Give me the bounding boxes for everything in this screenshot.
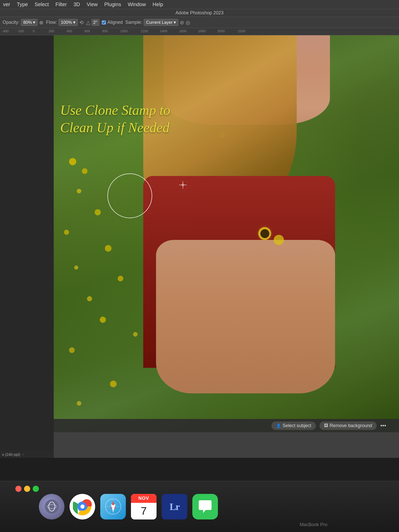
sample-value: Current Layer: [146, 20, 173, 25]
sample-chevron-icon: ▾: [174, 20, 176, 25]
menu-bar: ver Type Select Filter 3D View Plugins W…: [0, 0, 399, 9]
sample-group: Sample: Current Layer ▾ ⊘ ◎: [125, 19, 190, 26]
title-bar: Adobe Photoshop 2023: [0, 9, 399, 17]
flower-5: [64, 230, 69, 235]
ruler-tick-pos400: 400: [66, 29, 72, 33]
clone-target-icon[interactable]: ◎: [186, 19, 190, 26]
flower-7: [74, 265, 78, 270]
svg-point-9: [80, 505, 84, 509]
menu-filter[interactable]: Filter: [54, 1, 68, 8]
flower-15: [77, 401, 81, 406]
dock-lightroom[interactable]: Lr: [162, 494, 187, 519]
select-subject-button[interactable]: 👤 Select subject: [271, 422, 316, 430]
select-subject-label: Select subject: [283, 423, 311, 428]
ruler-tick-pos200: 200: [49, 29, 54, 33]
hand-flower-petal-center: [260, 229, 269, 238]
hand-flower-2: [274, 235, 284, 245]
flower-12: [69, 347, 75, 353]
close-traffic-light[interactable]: [15, 486, 21, 492]
aligned-checkbox[interactable]: [102, 20, 106, 25]
flower-1: [69, 158, 76, 165]
ruler-tick-pos1800: 1800: [198, 29, 206, 33]
angle-icon: △: [86, 19, 90, 26]
more-options-icon[interactable]: •••: [380, 422, 386, 429]
status-bar: x (240 ppi) ›: [0, 451, 54, 458]
clone-stamp-cursor: [107, 173, 152, 218]
calendar-month: NOV: [138, 496, 149, 501]
app-title: Adobe Photoshop 2023: [175, 10, 224, 15]
sample-all-layers-icon[interactable]: ⊘: [180, 19, 184, 26]
airbrush-icon[interactable]: ⟲: [79, 19, 84, 26]
dock-safari[interactable]: [100, 494, 126, 519]
dock-siri[interactable]: [39, 494, 64, 519]
flower-8: [118, 276, 123, 281]
ruler-tick-0: 0: [33, 29, 35, 33]
maximize-traffic-light[interactable]: [33, 486, 39, 492]
ruler-tick-pos800: 800: [102, 29, 108, 33]
ruler-tick-pos1200: 1200: [141, 29, 148, 33]
sample-label: Sample:: [125, 20, 142, 25]
flow-label: Flow:: [46, 20, 57, 25]
menu-window[interactable]: Window: [127, 1, 147, 8]
opacity-group: Opacity: 80% ▾ ⊕: [3, 19, 43, 26]
ruler: -400 -200 0 200 400 600 800 1000 1200 14…: [0, 28, 399, 35]
minimize-traffic-light[interactable]: [24, 486, 30, 492]
eraser-icon: 🖼: [324, 423, 328, 428]
remove-background-button[interactable]: 🖼 Remove background: [319, 422, 377, 430]
person-icon: 👤: [276, 423, 281, 428]
canvas-area: -400 -200 0 200 400 600 800 1000 1200 14…: [0, 28, 399, 458]
aligned-label: Aligned: [107, 20, 123, 25]
flower-10: [100, 317, 106, 323]
ruler-tick-pos600: 600: [84, 29, 90, 33]
ruler-tick-pos2000: 2000: [217, 29, 225, 33]
calendar-header: NOV: [131, 494, 157, 503]
opacity-value: 80%: [23, 20, 32, 25]
ruler-tick-neg200: -200: [17, 29, 24, 33]
flow-chevron-icon: ▾: [73, 20, 75, 25]
flow-dropdown[interactable]: 100% ▾: [59, 19, 77, 26]
traffic-lights-group: [15, 486, 39, 492]
ruler-tick-neg400: -400: [2, 29, 9, 33]
dock: NOV 7 Lr MacBook Pro: [0, 481, 399, 532]
zoom-label: x (240 ppi): [2, 452, 20, 457]
brush-pressure-icon[interactable]: ⊕: [39, 19, 43, 26]
flow-value: 100%: [61, 20, 72, 25]
sample-dropdown[interactable]: Current Layer ▾: [144, 19, 178, 26]
ruler-tick-pos1400: 1400: [160, 29, 167, 33]
calendar-day: 7: [141, 503, 147, 519]
ruler-tick-pos1000: 1000: [120, 29, 128, 33]
menu-3d[interactable]: 3D: [72, 1, 81, 8]
flower-6: [105, 245, 112, 252]
opacity-chevron-icon: ▾: [33, 20, 35, 25]
flower-2: [82, 168, 87, 174]
ruler-tick-pos2200: 2200: [238, 29, 245, 33]
calendar-day-number: 7: [141, 505, 147, 517]
angle-input[interactable]: 2°: [92, 19, 99, 26]
menu-select[interactable]: Select: [34, 1, 50, 8]
flower-3: [77, 189, 81, 193]
flower-14: [110, 381, 117, 387]
flower-9: [87, 296, 92, 301]
left-panel: [0, 35, 54, 458]
photo-canvas[interactable]: Use Clone Stamp to Clean Up if Needed 👤 …: [54, 35, 399, 432]
sample-crosshair: [179, 181, 187, 190]
angle-value: 2°: [93, 20, 97, 25]
opacity-dropdown[interactable]: 80% ▾: [21, 19, 38, 26]
dock-chrome[interactable]: [70, 494, 95, 519]
hands-area: [156, 240, 335, 393]
menu-help[interactable]: Help: [152, 1, 164, 8]
remove-background-label: Remove background: [330, 423, 372, 428]
menu-plugins[interactable]: Plugins: [103, 1, 122, 8]
aligned-group: Aligned: [102, 20, 123, 25]
scroll-right-icon[interactable]: ›: [22, 452, 24, 456]
dock-messages[interactable]: [192, 494, 218, 519]
dock-calendar[interactable]: NOV 7: [131, 494, 157, 519]
menu-ver[interactable]: ver: [2, 1, 11, 8]
opacity-label: Opacity:: [3, 20, 19, 25]
menu-type[interactable]: Type: [16, 1, 29, 8]
toolbar: Opacity: 80% ▾ ⊕ Flow: 100% ▾ ⟲ △ 2° Ali…: [0, 17, 399, 28]
flow-group: Flow: 100% ▾ ⟲: [46, 19, 84, 26]
bottom-contextual-bar: 👤 Select subject 🖼 Remove background •••: [54, 419, 399, 432]
angle-group: △ 2°: [86, 19, 99, 26]
menu-view[interactable]: View: [86, 1, 99, 8]
